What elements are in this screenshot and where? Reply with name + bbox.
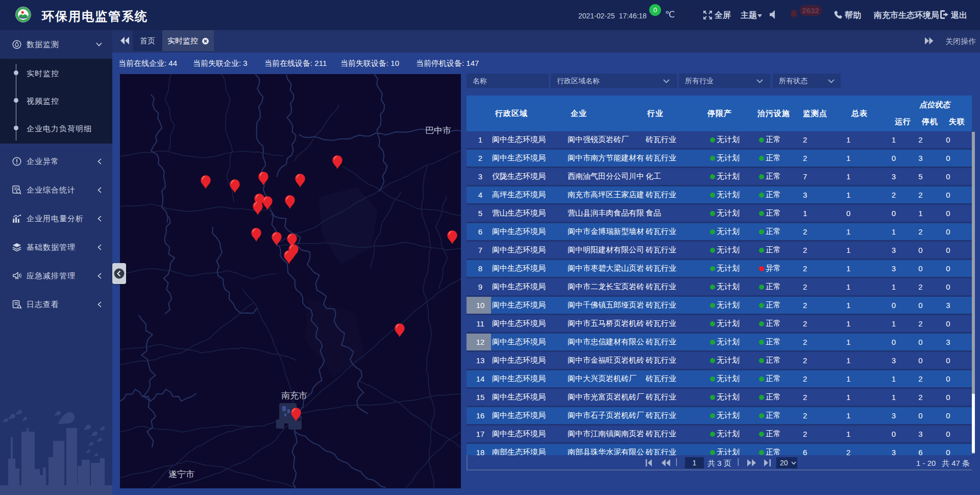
svg-text:遂宁市: 遂宁市 [168, 469, 194, 479]
svg-text:巴中市: 巴中市 [425, 126, 451, 135]
svg-text:南充市: 南充市 [281, 391, 307, 400]
